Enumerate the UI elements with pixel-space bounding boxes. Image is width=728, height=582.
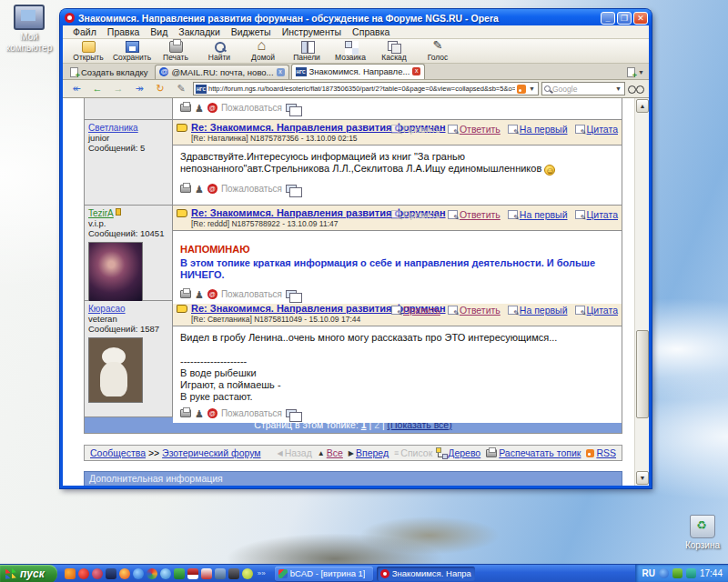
scroll-thumb[interactable] [636,330,649,418]
cascade-button[interactable]: Каскад [374,40,414,62]
taskbar-button-bcad[interactable]: bCAD - [витрина 1] [275,567,373,581]
quick-launch-icon[interactable] [106,568,116,579]
url-field[interactable]: НГС http://forum.ngs.ru/board/esoteric/f… [193,82,539,95]
fast-forward-button[interactable]: ↠ [130,82,148,95]
edit-action[interactable]: Править [391,305,440,316]
friend-icon[interactable]: ♟ [195,409,204,418]
rss-icon[interactable] [517,85,526,94]
scroll-down-arrow[interactable]: ▼ [636,471,649,485]
report-icon[interactable]: @ [207,289,217,299]
tray-icon[interactable] [659,568,669,578]
note-pen-button[interactable]: ✎ [172,82,190,95]
report-icon[interactable]: @ [207,408,217,418]
search-field[interactable]: Google ▼ [541,82,625,95]
back-button[interactable]: ← [88,82,106,95]
chevron-down-icon[interactable]: ▼ [528,85,536,92]
quick-launch-icon[interactable] [228,568,239,579]
closed-tabs-button[interactable]: ▼ [627,67,645,79]
quick-launch-icon[interactable] [65,568,76,579]
menu-bookmarks[interactable]: Закладки [174,26,224,37]
report-icon[interactable]: @ [207,184,217,194]
album-icon[interactable] [286,104,297,112]
print-post-icon[interactable] [180,104,191,112]
friend-icon[interactable]: ♟ [195,185,204,194]
tab-forum[interactable]: НГС Знакомимся. Направле... x [291,64,426,79]
report-link[interactable]: Пожаловаться [221,183,282,195]
quote-action[interactable]: Цитата [575,305,618,316]
to-first-action[interactable]: На первый [508,124,568,135]
nav-rss[interactable]: RSS [586,447,616,458]
minimize-button[interactable]: _ [601,12,615,25]
report-link[interactable]: Пожаловаться [221,288,282,300]
save-button[interactable]: Сохранить [112,40,152,62]
quick-launch-icon[interactable] [201,568,212,579]
menu-tools[interactable]: Инструменты [278,26,346,37]
quick-launch-icon[interactable] [147,568,157,579]
post-author-link[interactable]: TezirA [88,208,114,218]
quick-launch-icon[interactable] [119,568,130,579]
post-author-link[interactable]: Кюрасао [88,304,126,314]
chevron-down-icon[interactable]: ▼ [614,85,622,92]
desktop-icon-recycle-bin[interactable]: Корзина [673,515,728,551]
nav-forward[interactable]: ▶Вперед [349,447,389,458]
to-first-action[interactable]: На первый [508,209,568,220]
report-icon[interactable]: @ [207,103,217,113]
quick-launch-icon[interactable] [174,568,185,579]
quick-launch-icon[interactable] [215,568,226,579]
close-button[interactable]: ✕ [633,12,648,25]
communities-link[interactable]: Сообщества [90,447,146,458]
nav-print-topic[interactable]: Распечатать топик [486,447,581,458]
to-first-action[interactable]: На первый [508,305,568,316]
menu-view[interactable]: Вид [146,26,172,37]
home-button[interactable]: Домой [243,40,283,62]
album-icon[interactable] [286,185,297,193]
nav-tree[interactable]: Дерево [438,447,480,458]
tile-button[interactable]: Мозаика [330,40,370,62]
quote-action[interactable]: Цитата [575,209,618,220]
print-button[interactable]: Печать [156,40,196,62]
taskbar-button-opera[interactable]: Знакомимся. Направ... [377,567,475,581]
post-author-link[interactable]: Светланика [88,123,138,133]
reply-action[interactable]: Ответить [448,124,500,135]
menu-help[interactable]: Справка [348,26,394,37]
find-button[interactable]: Найти [199,40,239,62]
album-icon[interactable] [286,409,297,417]
quote-action[interactable]: Цитата [575,124,618,135]
quick-launch-icon[interactable] [92,568,103,579]
tab-close-icon[interactable]: x [277,68,285,76]
reload-button[interactable]: ↻ [151,82,169,95]
tray-icon[interactable] [672,568,682,578]
new-tab-button[interactable]: Создать вкладку [66,66,155,79]
report-link[interactable]: Пожаловаться [221,407,282,419]
desktop-icon-my-computer[interactable]: Мой компьютер [0,5,58,54]
window-titlebar[interactable]: Знакомимся. Направления развития форумча… [60,9,652,25]
quick-launch-icon[interactable] [187,568,198,579]
friend-icon[interactable]: ♟ [195,290,204,299]
quick-launch-overflow-chevron[interactable]: »» [256,569,268,577]
album-icon[interactable] [286,290,297,298]
quick-launch-icon[interactable] [78,568,89,579]
menu-edit[interactable]: Правка [103,26,144,37]
language-indicator[interactable]: RU [642,568,655,578]
esoteric-forum-link[interactable]: Эзотерический форум [162,447,260,458]
quick-launch-icon[interactable] [242,568,253,579]
vertical-scrollbar[interactable]: ▲ ▼ [634,98,649,486]
reply-action[interactable]: Ответить [448,305,500,316]
maximize-button[interactable]: ❐ [617,12,632,25]
tray-icon[interactable] [686,568,696,578]
menu-widgets[interactable]: Виджеты [227,26,276,37]
forward-button[interactable]: → [109,82,127,95]
voice-button[interactable]: Голос [418,40,458,62]
nav-all[interactable]: ▲Все [318,447,343,458]
tab-mail[interactable]: @ @MAIL.RU: почта, ново... x [155,65,288,79]
start-button[interactable]: пуск [0,565,57,582]
scroll-up-arrow[interactable]: ▲ [636,99,649,113]
rewind-button[interactable]: ↞ [67,82,86,95]
open-button[interactable]: Открыть [68,40,108,62]
panels-button[interactable]: Панели [287,40,327,62]
zoom-glasses-icon[interactable] [628,84,644,95]
internet-explorer-icon[interactable] [133,568,144,579]
tab-close-icon[interactable]: x [412,67,420,75]
print-post-icon[interactable] [180,185,191,193]
print-post-icon[interactable] [180,290,191,298]
